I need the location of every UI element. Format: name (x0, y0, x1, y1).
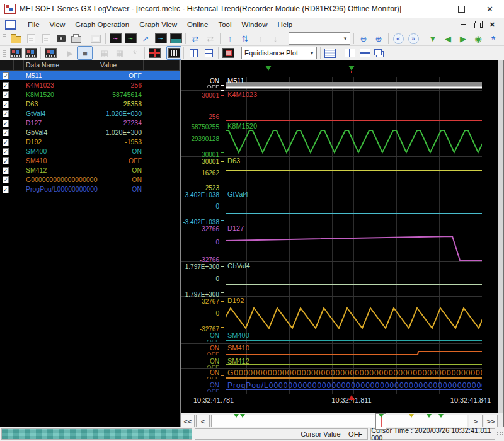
swap-graph-icon[interactable]: ⇄ (188, 32, 203, 45)
cursor-move-left-icon[interactable]: ◀ (440, 32, 455, 45)
open-logging-file-list-icon[interactable] (23, 46, 38, 60)
print-icon[interactable] (69, 32, 84, 45)
trend-graph[interactable]: ONOFFM51130001256K4M10235875025529390128… (181, 60, 498, 413)
split-pattern-vertical-icon[interactable] (186, 46, 201, 60)
value-cell: 1.020E+030 (98, 110, 144, 117)
series-trace (226, 91, 482, 122)
open-folder-icon[interactable] (8, 32, 23, 45)
table-row[interactable]: ✓D6325358 (0, 99, 180, 108)
visible-checkbox[interactable]: ✓ (3, 167, 9, 174)
visible-checkbox[interactable]: ✓ (3, 91, 9, 98)
start-monitor-icon[interactable]: ▶ (62, 46, 77, 60)
cursor-bottom-arrow-icon[interactable] (348, 395, 355, 400)
visible-checkbox[interactable]: ✓ (3, 72, 9, 79)
menu-window[interactable]: Window (237, 20, 273, 30)
column-display-toggle-icon[interactable] (166, 46, 181, 60)
resize-grip[interactable] (496, 431, 503, 437)
axis-bracket (220, 352, 224, 357)
stop-monitor-icon[interactable]: ■ (77, 46, 93, 60)
minimize-button[interactable] (419, 0, 447, 18)
time-marker-icon[interactable] (348, 66, 355, 71)
open-realtime-file-icon[interactable] (43, 46, 58, 60)
table-row[interactable]: ✓GtVal41.020E+030 (0, 108, 180, 118)
visible-checkbox[interactable]: ✓ (3, 110, 9, 117)
screenshot-camera-icon[interactable] (54, 32, 69, 45)
table-row[interactable]: ✓GbVal41.020E+300 (0, 127, 180, 137)
graph-select-combo[interactable]: ▾ (289, 32, 350, 45)
trend-cyan-graph-icon[interactable]: ~ (153, 32, 168, 45)
tile-graphs-icon[interactable]: ▦ (97, 46, 112, 60)
visible-checkbox[interactable]: ✓ (3, 82, 9, 89)
visible-checkbox[interactable]: ✓ (3, 186, 9, 193)
visible-checkbox[interactable]: ✓ (3, 176, 9, 183)
menu-tool[interactable]: Tool (213, 20, 236, 30)
cursor-move-right-icon[interactable]: ▶ (455, 32, 471, 45)
table-row[interactable]: ✓SM412ON (0, 165, 180, 175)
visible-checkbox[interactable]: ✓ (3, 158, 9, 164)
zoom-in-icon[interactable]: ⊕ (371, 32, 386, 45)
prev-page-icon[interactable]: « (391, 32, 406, 45)
cursor-burst-icon[interactable]: * (486, 32, 501, 45)
cascade-windows-icon[interactable] (372, 46, 387, 60)
visible-checkbox[interactable]: ✓ (3, 101, 9, 108)
jump-to-graph-icon[interactable]: ↗ (138, 32, 153, 45)
next-page-icon[interactable]: » (406, 32, 421, 45)
table-row[interactable]: ✓G00000000000000000000000000000000000000… (0, 175, 180, 184)
data-name-cell: M511 (24, 72, 98, 79)
table-row[interactable]: ✓ProgPou/L000000000000000000000000000000… (0, 184, 180, 193)
cursor-add-icon[interactable]: ▼ (425, 32, 440, 45)
red-cursor-line[interactable] (352, 73, 352, 394)
visible-checkbox[interactable]: ✓ (3, 139, 9, 146)
monitor-window-icon[interactable] (88, 32, 103, 45)
column-header-data-name[interactable]: Data Name (24, 60, 98, 70)
time-marker-icon[interactable] (265, 66, 272, 71)
visible-checkbox[interactable]: ✓ (3, 120, 9, 127)
trend-filled-graph-icon[interactable] (168, 32, 183, 45)
close-button[interactable]: ✕ (476, 0, 504, 18)
realtime-trend-graph-icon[interactable]: ~ (123, 32, 138, 45)
menu-graph-operation[interactable]: Graph Operation (70, 20, 134, 30)
table-row[interactable]: ✓SM410OFF (0, 156, 180, 165)
table-row[interactable]: ✓M511OFF (0, 71, 180, 80)
menu-help[interactable]: Help (272, 20, 297, 30)
status-bar: Cursor Value = OFF Cursor Time : 2020/03… (0, 427, 504, 441)
report-save-icon[interactable] (38, 32, 54, 45)
data-table-view-icon[interactable] (323, 46, 338, 60)
mdi-close-button[interactable]: ✕ (490, 21, 495, 28)
visible-checkbox[interactable]: ✓ (3, 148, 9, 155)
split-window-vertical-icon[interactable] (342, 46, 357, 60)
menu-view[interactable]: View (45, 20, 71, 30)
move-down-disabled-icon[interactable]: ↓ (268, 32, 283, 45)
mdi-minimize-button[interactable] (461, 24, 466, 25)
tile-graphs-alt-icon[interactable]: ▦ (112, 46, 127, 60)
csv-save-icon[interactable] (23, 32, 38, 45)
move-up-icon[interactable]: ↑ (222, 32, 238, 45)
shrink-view-icon[interactable]: * (127, 46, 142, 60)
axis-bracket (220, 85, 224, 91)
open-logging-file-icon[interactable] (8, 46, 23, 60)
split-window-horizontal-icon[interactable] (357, 46, 372, 60)
move-up-down-icon[interactable]: ⇅ (238, 32, 253, 45)
menu-file[interactable]: File (23, 20, 45, 30)
plot-mode-combo[interactable]: Equidistance Plot▾ (241, 47, 317, 59)
cursor-graph-toggle-icon[interactable] (147, 46, 162, 60)
table-row[interactable]: ✓K8M152058745614 (0, 89, 180, 99)
table-row[interactable]: ✓SM400ON (0, 146, 180, 156)
highlight-display-icon[interactable] (220, 46, 236, 60)
table-row[interactable]: ✓D12727234 (0, 118, 180, 127)
menu-online[interactable]: Online (182, 20, 213, 30)
table-row[interactable]: ✓K4M1023256 (0, 80, 180, 89)
move-up-disabled-icon[interactable]: ↑ (253, 32, 268, 45)
mdi-child-icon[interactable] (5, 20, 16, 30)
table-row[interactable]: ✓D192-1953 (0, 137, 180, 146)
column-header-value[interactable]: Value (98, 60, 144, 70)
swap-graph-disabled-icon[interactable]: ⇄ (203, 32, 218, 45)
split-pattern-horizontal-icon[interactable] (201, 46, 216, 60)
visible-checkbox[interactable]: ✓ (3, 129, 9, 136)
historical-trend-graph-icon[interactable]: ~ (108, 32, 123, 45)
maximize-button[interactable] (447, 0, 476, 18)
zoom-out-icon[interactable]: ⊖ (356, 32, 371, 45)
cursor-search-icon[interactable]: ◉ (471, 32, 486, 45)
mdi-restore-button[interactable] (474, 23, 481, 28)
menu-graph-view[interactable]: Graph View (134, 20, 182, 30)
